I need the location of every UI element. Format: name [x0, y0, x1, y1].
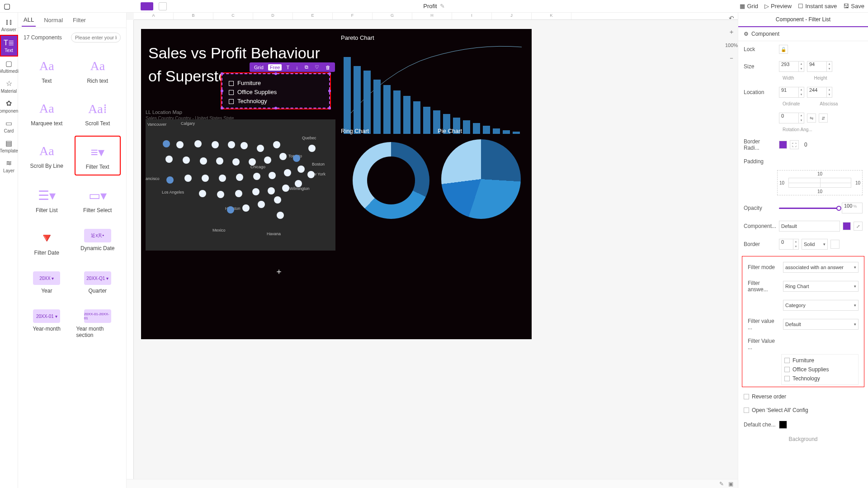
comp-filterlist[interactable]: ☰▾Filter List — [24, 180, 70, 218]
instant-save-toggle[interactable]: ☐ Instant save — [798, 3, 837, 9]
rail-template[interactable]: ▤Template — [0, 136, 18, 156]
filter-category-select[interactable]: Category▾ — [783, 300, 859, 311]
filter-value-checkbox[interactable] — [784, 367, 790, 372]
comp-text[interactable]: AaText — [24, 51, 70, 89]
rail-answer[interactable]: ⫿⫿Answer — [0, 15, 18, 35]
border-style-select[interactable]: Solid▾ — [802, 239, 828, 250]
filter-value-checkbox[interactable] — [784, 376, 790, 381]
border-width-input[interactable]: 0▲▼ — [779, 239, 799, 250]
height-input[interactable]: 94▲▼ — [807, 61, 832, 72]
layout-free-button[interactable]: Free — [268, 64, 282, 71]
minus-icon[interactable]: － — [728, 54, 735, 62]
map-title: LL Location Map — [146, 109, 182, 115]
size-label: Size — [744, 63, 776, 70]
comp-richtext[interactable]: AaRich text — [75, 51, 121, 89]
opacity-slider[interactable] — [779, 208, 839, 209]
zoom-level[interactable]: 100% — [725, 43, 738, 48]
width-sublabel: Width — [783, 76, 794, 81]
filter-value-source-select[interactable]: Default▾ — [783, 319, 859, 330]
rail-component[interactable]: ✿omponen — [0, 96, 18, 116]
star-icon: ☆ — [6, 79, 12, 88]
tab-all[interactable]: ALL — [22, 14, 36, 27]
filter-value-checkbox[interactable] — [784, 358, 790, 363]
chart-icon: ⫿⫿ — [5, 18, 13, 26]
comp-yearmonth[interactable]: 20XX-01 ▾Year-month — [24, 303, 70, 343]
filter-list-component[interactable]: Grid Free T ↓ ⧉ ♡ 🗑 Furniture Office Sup… — [222, 73, 330, 109]
abscissa-input[interactable]: 244▲▼ — [807, 87, 832, 98]
comp-scrollbyline[interactable]: AaScroll By Line — [24, 136, 70, 175]
width-input[interactable]: 293▲▼ — [779, 61, 804, 72]
desktop-preset-button[interactable] — [141, 2, 153, 10]
rotation-input[interactable]: 0▲▼ — [779, 113, 804, 123]
flip-h-button[interactable]: ⇋ — [807, 114, 816, 123]
city-label: Calgary — [181, 121, 195, 126]
tab-filter[interactable]: Filter — [71, 14, 88, 26]
undo-icon[interactable]: ↶ — [729, 14, 734, 22]
opacity-input[interactable]: 100% — [842, 203, 863, 213]
comp-marquee[interactable]: AaMarquee text — [24, 93, 70, 131]
play-icon: ▷ — [764, 3, 769, 9]
delete-icon[interactable]: 🗑 — [324, 64, 332, 71]
filter-value-label: Filter Value ... — [748, 338, 780, 351]
style-swatch[interactable] — [843, 222, 851, 230]
style-expand-icon[interactable]: ⤢ — [854, 222, 863, 231]
rail-text[interactable]: T≣Text — [0, 35, 18, 57]
selectall-checkbox[interactable] — [744, 407, 749, 413]
grid-button[interactable]: ▦ Grid — [740, 3, 758, 9]
user-icon[interactable]: ♡ — [313, 64, 321, 71]
mobile-preset-button[interactable] — [159, 2, 167, 10]
comp-quarter[interactable]: 20XX-Q1 ▾Quarter — [75, 265, 121, 298]
card-icon: ▭ — [5, 119, 12, 128]
lock-toggle[interactable]: 🔓 — [779, 45, 788, 54]
comp-ymsection[interactable]: 20XX-01-20XX-01Year month section — [75, 303, 121, 343]
filter-checkbox[interactable] — [229, 90, 234, 95]
radius-mode-each[interactable]: ⛶ — [790, 140, 799, 149]
height-sublabel: Height — [814, 76, 827, 81]
move-down-icon[interactable]: ↓ — [294, 64, 300, 71]
comp-filtertext[interactable]: ≡▾Filter Text — [75, 136, 121, 175]
padding-editor[interactable]: 10 10 10 10 — [777, 170, 863, 195]
edit-icon[interactable]: ✎ — [719, 481, 724, 487]
edit-title-icon[interactable]: ✎ — [440, 3, 445, 9]
ordinate-input[interactable]: 91▲▼ — [779, 87, 804, 98]
properties-panel: Component - Filter List ⚙ Component Lock… — [738, 13, 868, 488]
add-icon[interactable]: ＋ — [728, 28, 735, 36]
comp-year[interactable]: 20XX ▾Year — [24, 265, 70, 298]
tab-normal[interactable]: Normal — [42, 14, 65, 26]
reverse-checkbox[interactable] — [744, 394, 749, 399]
filter-answer-select[interactable]: Ring Chart▾ — [783, 281, 859, 292]
layout-grid-button[interactable]: Grid — [252, 64, 265, 71]
copy-icon[interactable]: ⧉ — [303, 64, 310, 71]
dashboard-canvas[interactable]: Sales vs Profit Behaviour of Superstore … — [141, 29, 532, 339]
filter-checkbox[interactable] — [229, 81, 234, 86]
settings-icon[interactable]: ▣ — [728, 481, 733, 487]
comp-dynamicdate[interactable]: 近x天•Dynamic Date — [75, 223, 121, 261]
city-label: Mexico — [212, 228, 226, 232]
flip-v-button[interactable]: ⇵ — [819, 114, 828, 123]
radius-mode-all[interactable] — [779, 141, 787, 149]
comp-filterdate[interactable]: 🔻Filter Date — [24, 223, 70, 261]
search-input[interactable] — [71, 33, 121, 43]
rail-layer[interactable]: ≋Layer — [0, 156, 18, 176]
rail-card-label: Card — [4, 128, 14, 133]
filter-checkbox[interactable] — [229, 99, 234, 104]
rail-card[interactable]: ▭Card — [0, 116, 18, 136]
tab-component-props[interactable]: ⚙ Component — [738, 27, 868, 41]
filter-value-item: Furniture — [793, 357, 814, 364]
border-color-swatch[interactable] — [830, 240, 840, 249]
save-button[interactable]: 🖫 Save — [843, 3, 864, 9]
comp-filterselect[interactable]: ▭▾Filter Select — [75, 180, 121, 218]
rail-material[interactable]: ☆Material — [0, 76, 18, 96]
padding-bottom: 10 — [817, 189, 822, 194]
comp-scrollbyline-label: Scroll By Line — [30, 163, 63, 169]
rail-multimedia[interactable]: ▢Multimedi — [0, 57, 18, 76]
pareto-bar — [383, 85, 391, 134]
preview-button[interactable]: ▷ Preview — [764, 3, 792, 9]
align-top-icon[interactable]: T — [284, 64, 291, 71]
filter-mode-select[interactable]: associated with an answer▾ — [783, 262, 859, 273]
border-style-value: Solid — [804, 242, 815, 247]
default-checked-swatch[interactable] — [779, 421, 787, 429]
component-style-select[interactable]: Default — [779, 221, 840, 232]
opacity-value: 100 — [844, 203, 852, 208]
comp-scrolltext[interactable]: Aa⁞Scroll Text — [75, 93, 121, 131]
